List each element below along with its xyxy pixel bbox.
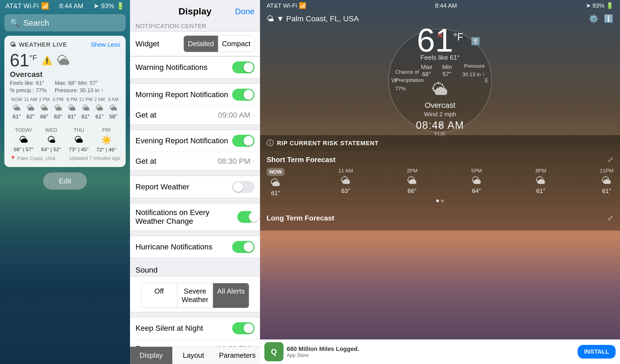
expand-icon[interactable]: ⤢ bbox=[607, 214, 613, 222]
hourly-label: NOW bbox=[11, 97, 22, 102]
carrier-label: AT&T Wi-Fi bbox=[5, 2, 39, 10]
daily-temp: 73° | 45° bbox=[69, 147, 89, 153]
keep-silent-toggle[interactable] bbox=[232, 322, 255, 334]
page-dot-2 bbox=[441, 199, 444, 202]
location-footer: 📍 Palm Coast, USA bbox=[10, 156, 55, 162]
daily-icon: 🌥 bbox=[75, 135, 83, 145]
fc-11am-temp: 63° bbox=[341, 187, 350, 195]
settings-gear-icon[interactable]: ⚙️ bbox=[589, 14, 598, 23]
compass-south: S bbox=[438, 122, 442, 129]
widget-compact-option[interactable]: Compact bbox=[218, 36, 254, 52]
compass-display: N S E W ⬆️ 61°F Feels like 61° Max 68° M… bbox=[388, 29, 492, 132]
toggle-knob bbox=[244, 62, 253, 72]
sound-all-option[interactable]: All Alerts bbox=[213, 283, 249, 308]
details-col-2: Max: 68° Min: 57° Pressure: 30.13 in ↑ bbox=[55, 80, 104, 94]
hourly-item: 11 AM 🌥 62° bbox=[24, 97, 38, 120]
warning-notifications-toggle[interactable] bbox=[232, 61, 255, 73]
hurricane-row: Hurricane Notifications bbox=[130, 236, 260, 258]
ad-icon: Q bbox=[264, 342, 284, 361]
evening-time-value: 08:30 PM bbox=[218, 157, 250, 166]
tab-display[interactable]: Display bbox=[130, 347, 172, 364]
tab-layout[interactable]: Layout bbox=[172, 347, 215, 364]
precip-label: % precip.: 77% bbox=[10, 87, 47, 94]
fc-8pm-icon: 🌥 bbox=[536, 175, 546, 186]
tab-parameters[interactable]: Parameters bbox=[215, 347, 260, 364]
long-term-title: Long Term Forecast bbox=[267, 214, 334, 222]
hourly-icon: 🌥 bbox=[54, 103, 62, 112]
ad-subtitle: App Store bbox=[287, 353, 574, 358]
forecast-header: Short Term Forecast ⤢ bbox=[267, 156, 613, 164]
morning-get-at-value: 09:00 AM › bbox=[218, 111, 255, 120]
report-weather-group: Report Weather bbox=[130, 176, 260, 198]
daily-label: WED bbox=[45, 127, 57, 133]
widget-details: Feels like: 61° % precip.: 77% Max: 68° … bbox=[10, 80, 120, 94]
battery-label: 93% bbox=[101, 2, 114, 10]
search-label: Search bbox=[23, 18, 49, 28]
hourly-icon: 🌥 bbox=[110, 103, 117, 112]
pressure-label: Pressure: 30.13 in ↑ bbox=[55, 87, 104, 94]
hourly-label: 2 PM bbox=[39, 97, 50, 102]
evening-report-toggle[interactable] bbox=[232, 135, 255, 147]
weather-change-toggle[interactable] bbox=[237, 211, 255, 223]
hourly-label: 8 PM bbox=[66, 97, 77, 102]
compass-north: N bbox=[438, 32, 442, 39]
fc-11am-label: 11 AM bbox=[338, 168, 353, 174]
fc-2pm-label: 2PM bbox=[407, 168, 417, 174]
app-header-icons: ⚙️ ℹ️ bbox=[589, 14, 613, 23]
share-icon[interactable]: ⬆️ bbox=[471, 37, 480, 46]
alert-circle-icon: ⓘ bbox=[267, 138, 274, 148]
alert-banner[interactable]: ⓘ RIP CURRENT RISK STATEMENT bbox=[260, 135, 620, 151]
edit-button[interactable]: Edit bbox=[43, 172, 87, 190]
ad-install-button[interactable]: INSTALL bbox=[578, 345, 616, 359]
sound-severe-option[interactable]: Severe Weather bbox=[177, 283, 213, 308]
fc-now-item: NOW 🌥 61° bbox=[267, 168, 285, 197]
location-icon: ➤ bbox=[93, 2, 99, 10]
left-status-bar: AT&T Wi-Fi 📶 8:44 AM ➤ 93% 🔋 bbox=[0, 0, 130, 12]
fc-now-icon: 🌥 bbox=[271, 177, 281, 189]
daily-label: TODAY bbox=[15, 127, 33, 133]
alert-text: RIP CURRENT RISK STATEMENT bbox=[277, 140, 379, 147]
compass-left-info: Chance of Precipitation 77% bbox=[395, 68, 424, 93]
sound-segmented-control[interactable]: Off Severe Weather All Alerts bbox=[141, 283, 249, 308]
chevron-right-icon: › bbox=[253, 112, 255, 119]
sound-label: Sound bbox=[130, 263, 260, 276]
location-dropdown-icon: ▼ bbox=[276, 14, 284, 23]
expand-icon[interactable]: ⤢ bbox=[607, 156, 613, 164]
bottom-tab-bar: Display Layout Parameters bbox=[130, 347, 260, 364]
morning-get-at-row[interactable]: Get at 09:00 AM › bbox=[130, 106, 260, 124]
current-temperature: 61°F bbox=[10, 52, 37, 69]
precip-label: Chance of bbox=[395, 68, 424, 76]
report-weather-toggle[interactable] bbox=[232, 181, 255, 193]
daily-label: THU bbox=[73, 127, 84, 133]
hurricane-label: Hurricane Notifications bbox=[135, 243, 212, 251]
min-temp: Min 57° bbox=[437, 64, 457, 78]
sound-off-option[interactable]: Off bbox=[141, 283, 177, 308]
hurricane-toggle[interactable] bbox=[232, 241, 255, 253]
morning-report-row: Morning Report Notification bbox=[130, 84, 260, 106]
fc-11pm-label: 11PM bbox=[600, 168, 613, 174]
morning-report-group: Morning Report Notification Get at 09:00… bbox=[130, 83, 260, 125]
widget-segmented-control[interactable]: Detailed Compact bbox=[184, 35, 255, 52]
evening-report-row: Evening Report Notification bbox=[130, 130, 260, 152]
hourly-label: 11 AM bbox=[24, 97, 37, 102]
hourly-icon: 🌥 bbox=[96, 103, 103, 112]
hourly-item: 2 PM 🌥 66° bbox=[37, 97, 51, 120]
notification-center-label: NOTIFICATION CENTER bbox=[130, 19, 260, 31]
info-icon[interactable]: ℹ️ bbox=[604, 14, 613, 23]
search-bar[interactable]: 🔍 Search bbox=[4, 14, 126, 31]
report-weather-row: Report Weather bbox=[130, 176, 260, 198]
widget-detailed-option[interactable]: Detailed bbox=[184, 36, 218, 52]
hourly-temp: 61° bbox=[13, 114, 21, 120]
fc-11pm-temp: 61° bbox=[602, 187, 611, 195]
daily-icon: 🌤 bbox=[47, 135, 56, 145]
evening-get-at-row[interactable]: Get at 08:30 PM › bbox=[130, 152, 260, 171]
fc-8pm-temp: 61° bbox=[536, 187, 545, 195]
widget-row: Widget Detailed Compact bbox=[130, 31, 260, 56]
fc-5pm-temp: 64° bbox=[472, 187, 481, 195]
morning-time-value: 09:00 AM bbox=[218, 111, 250, 120]
done-button[interactable]: Done bbox=[235, 7, 255, 16]
hourly-icon: 🌥 bbox=[13, 103, 20, 112]
location-text: Palm Coast, FL, USA bbox=[286, 14, 359, 23]
morning-report-toggle[interactable] bbox=[232, 89, 255, 101]
show-less-button[interactable]: Show Less bbox=[91, 41, 120, 48]
